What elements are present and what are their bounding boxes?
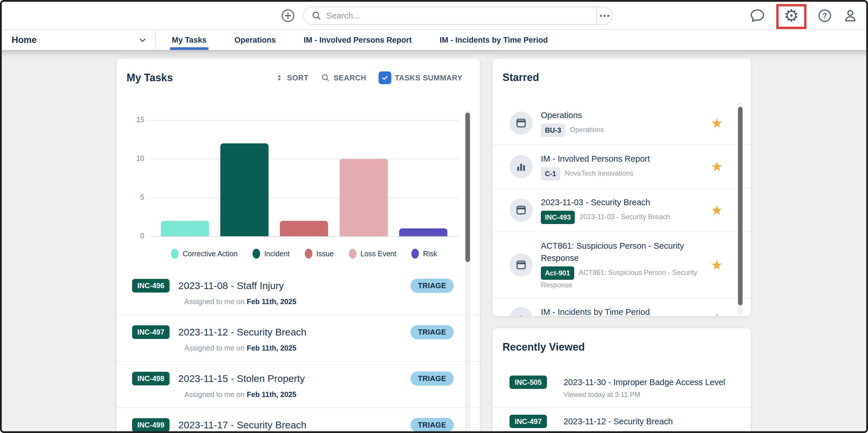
avatar (509, 307, 533, 316)
legend-item: Loss Event (349, 249, 397, 258)
bar-chart-icon (515, 160, 527, 173)
add-button[interactable] (281, 9, 295, 23)
task-title[interactable]: 2023-11-08 - Staff Injury (178, 280, 284, 291)
starred-item-badge: BU-3 (541, 124, 565, 137)
checkmark-icon (381, 74, 389, 82)
sort-label: SORT (287, 73, 309, 83)
search-options-button[interactable] (596, 7, 612, 24)
star-icon[interactable]: ★ (711, 116, 723, 130)
search-tasks-label: SEARCH (334, 73, 366, 83)
recently-viewed-list: INC-505 2023-11-30 - Improper Badge Acce… (493, 368, 751, 433)
nav-bar: Home My Tasks Operations IM - Involved P… (2, 30, 866, 50)
starred-item[interactable]: IM - Involved Persons Report C-1NovaTech… (493, 145, 751, 189)
starred-item-meta: Act-901ACT861: Suspicious Person - Secur… (541, 267, 704, 290)
status-badge: TRIAGE (410, 418, 454, 432)
person-icon (843, 8, 858, 23)
legend-item: Risk (411, 249, 437, 258)
task-row[interactable]: INC-498 2023-11-15 - Stolen Property TRI… (117, 362, 480, 408)
star-icon[interactable]: ★ (711, 312, 723, 316)
profile-button[interactable] (843, 8, 858, 23)
tab-im-involved-persons-report[interactable]: IM - Involved Persons Report (304, 30, 412, 50)
app-window: ⚙ ? Home My (0, 0, 868, 433)
task-row[interactable]: INC-497 2023-11-12 - Security Breach TRI… (117, 315, 480, 362)
starred-item[interactable]: 2023-11-03 - Security Breach INC-4932023… (493, 189, 751, 232)
starred-card: Starred Operations BU-3Operations (493, 59, 751, 316)
legend-item: Issue (305, 249, 334, 258)
tasks-summary-control: TASKS SUMMARY (378, 71, 462, 84)
gear-icon: ⚙ (784, 7, 799, 24)
star-icon[interactable]: ★ (711, 160, 723, 173)
chart-legend: Corrective Action Incident Issue Loss Ev… (150, 249, 459, 258)
window-icon (515, 259, 527, 271)
record-id-badge: INC-498 (132, 372, 169, 385)
y-axis-tick: 10 (128, 154, 144, 162)
scrollbar-thumb[interactable] (465, 113, 470, 262)
avatar (509, 253, 533, 277)
starred-item[interactable]: Operations BU-3Operations ★ (493, 101, 751, 145)
task-row[interactable]: INC-499 2023-11-17 - Security Breach TRI… (117, 408, 480, 433)
settings-button[interactable]: ⚙ (776, 2, 806, 30)
plus-circle-icon (281, 9, 295, 23)
task-assigned: Assigned to me onFeb 11th, 2025 (184, 298, 454, 306)
starred-item-text: 2023-11-03 - Security Breach INC-4932023… (541, 196, 704, 224)
global-search (303, 7, 613, 25)
tasks-summary-checkbox[interactable] (378, 71, 391, 84)
tab-operations[interactable]: Operations (235, 30, 276, 50)
starred-item[interactable]: IM - Incidents by Time Period ★ (493, 298, 751, 316)
search-tasks-control[interactable]: SEARCH (321, 73, 366, 83)
svg-text:?: ? (823, 11, 827, 20)
viewed-timestamp: Viewed today at 3:11 PM (563, 391, 725, 399)
recently-viewed-item[interactable]: INC-497 2023-11-12 - Security Breach Vie… (493, 407, 751, 433)
bar-chart-icon (515, 313, 527, 316)
task-title[interactable]: 2023-11-17 - Security Breach (178, 420, 307, 431)
starred-item-title: 2023-11-03 - Security Breach (541, 196, 704, 208)
chevron-down-icon (137, 35, 148, 45)
starred-item[interactable]: ACT861: Suspicious Person - Security Res… (493, 232, 751, 298)
bar-loss-event (340, 159, 388, 236)
recently-viewed-item[interactable]: INC-505 2023-11-30 - Improper Badge Acce… (493, 368, 751, 407)
x-axis-baseline: 0 (150, 236, 459, 237)
legend-label: Issue (316, 250, 334, 258)
window-icon (515, 117, 527, 129)
y-axis-tick: 0 (128, 231, 144, 240)
tasks-summary-label: TASKS SUMMARY (395, 73, 462, 83)
window-icon (515, 204, 527, 216)
starred-item-badge: Act-901 (541, 267, 574, 280)
home-label: Home (11, 35, 37, 45)
home-dropdown[interactable]: Home (2, 30, 156, 50)
status-badge: TRIAGE (410, 371, 454, 386)
tab-my-tasks[interactable]: My Tasks (172, 30, 207, 50)
starred-item-title: IM - Incidents by Time Period (541, 306, 704, 316)
star-icon[interactable]: ★ (711, 258, 723, 272)
star-icon[interactable]: ★ (711, 204, 723, 217)
starred-item-text: Operations BU-3Operations (541, 109, 704, 137)
starred-item-meta: BU-3Operations (541, 124, 704, 137)
task-row[interactable]: INC-496 2023-11-08 - Staff Injury TRIAGE… (117, 269, 480, 315)
tab-im-incidents-by-time-period[interactable]: IM - Incidents by Time Period (439, 30, 548, 50)
status-badge: TRIAGE (410, 325, 454, 339)
record-id-badge: INC-496 (132, 279, 169, 292)
bar-issue (280, 221, 328, 236)
recently-viewed-item-title[interactable]: 2023-11-30 - Improper Badge Access Level (563, 377, 725, 387)
starred-item-badge: C-1 (541, 167, 560, 181)
legend-label: Corrective Action (183, 250, 238, 258)
recently-viewed-item-title[interactable]: 2023-11-12 - Security Breach (563, 417, 673, 426)
help-button[interactable]: ? (817, 8, 832, 23)
task-title[interactable]: 2023-11-12 - Security Breach (178, 327, 307, 338)
sort-control[interactable]: SORT (275, 73, 309, 83)
legend-item: Incident (253, 249, 290, 258)
y-axis-tick: 5 (128, 193, 144, 202)
task-title[interactable]: 2023-11-15 - Stolen Property (178, 373, 305, 384)
scrollbar-thumb[interactable] (738, 107, 743, 305)
search-input[interactable] (326, 11, 596, 21)
starred-item-text: IM - Involved Persons Report C-1NovaTech… (541, 153, 704, 181)
viewed-timestamp: Viewed today at 3:11 PM (563, 430, 673, 433)
bar-risk (399, 228, 447, 236)
search-icon (311, 10, 322, 21)
bar-corrective-action (161, 221, 209, 236)
messages-button[interactable] (749, 8, 765, 24)
my-tasks-header: My Tasks SORT SEARCH (127, 71, 462, 84)
status-badge: TRIAGE (410, 279, 454, 293)
avatar (509, 198, 533, 222)
legend-dot (171, 249, 179, 258)
